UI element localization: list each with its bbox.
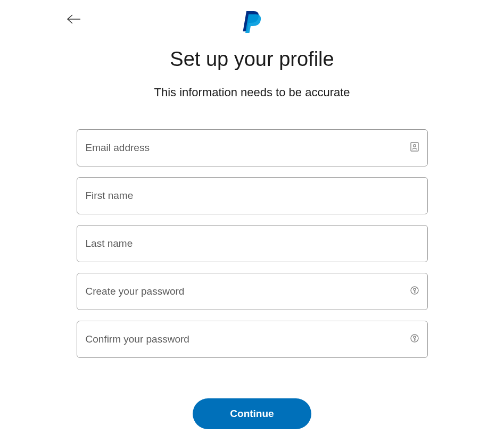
profile-setup-form: Set up your profile This information nee… bbox=[77, 48, 428, 429]
email-group bbox=[77, 129, 428, 166]
svg-point-8 bbox=[414, 336, 416, 338]
key-icon bbox=[410, 286, 419, 297]
confirm-password-field[interactable] bbox=[77, 321, 428, 358]
key-icon bbox=[410, 333, 419, 345]
confirm-password-group bbox=[77, 321, 428, 358]
page-title: Set up your profile bbox=[77, 48, 428, 71]
password-group bbox=[77, 273, 428, 310]
contact-card-icon bbox=[410, 141, 419, 154]
back-button[interactable] bbox=[67, 14, 81, 27]
svg-point-2 bbox=[413, 145, 415, 147]
last-name-group bbox=[77, 225, 428, 262]
first-name-group bbox=[77, 177, 428, 214]
arrow-left-icon bbox=[67, 14, 81, 24]
password-field[interactable] bbox=[77, 273, 428, 310]
paypal-logo bbox=[242, 10, 262, 35]
first-name-field[interactable] bbox=[77, 177, 428, 214]
page-subtitle: This information needs to be accurate bbox=[77, 86, 428, 99]
svg-point-4 bbox=[414, 288, 416, 290]
email-field[interactable] bbox=[77, 129, 428, 166]
continue-button[interactable]: Continue bbox=[193, 398, 311, 429]
last-name-field[interactable] bbox=[77, 225, 428, 262]
